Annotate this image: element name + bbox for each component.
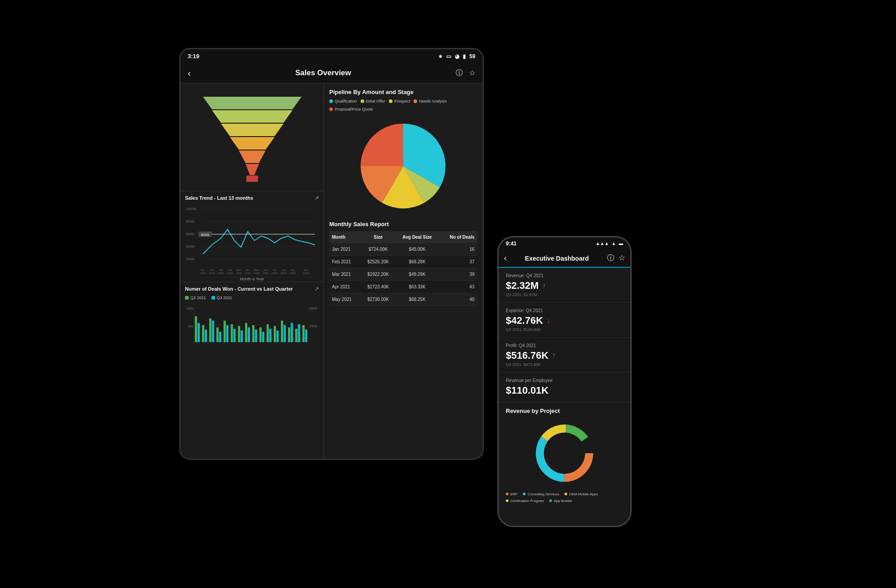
revenue-project-title: Revenue by Project [506,408,623,414]
info-icon[interactable]: ⓘ [456,69,463,78]
donut-legend: ERP Consulting Services OEM Mobile Apps … [506,492,623,503]
table-cell-deals: 37 [439,255,477,268]
svg-rect-44 [195,316,197,342]
deals-title: Numer of Deals Won - Current vs Last Qua… [185,286,293,292]
svg-rect-70 [288,327,290,342]
funnel-level-1 [203,97,302,109]
deals-legend: Q2 2021 Q3 2021 [185,296,319,300]
svg-rect-52 [224,321,226,342]
svg-text:2020: 2020 [271,272,278,274]
legend-qualification: Qualification [329,99,357,103]
svg-rect-60 [252,325,254,342]
pie-container [329,117,477,215]
svg-text:6000k: 6000k [186,232,195,236]
tablet-left-panel: Sales Trend - Last 13 months ↗ 10000k 80… [181,83,324,459]
expand-icon[interactable]: ↗ [314,195,319,201]
proposal-dot [329,107,333,111]
tablet-title: Sales Overview [191,69,456,77]
svg-text:2020: 2020 [303,272,309,274]
svg-text:Jun: Jun [263,269,268,271]
revenue-sub: Q3 2021: $1.87M [506,292,623,297]
profit-sub: Q3 2021: $471.63K [506,362,623,367]
sales-trend-header: Sales Trend - Last 13 months ↗ [185,195,319,201]
phone-status-bar: 9:41 ▲▲▲ ▲ ▬ [499,237,630,250]
phone-status-icons: ▲▲▲ ▲ ▬ [595,241,623,246]
svg-text:Feb: Feb [228,269,233,271]
svg-text:Sep: Sep [290,269,295,271]
table-cell-size: $1922.20K [361,268,395,280]
phone-signal-icon: ▲▲▲ [595,241,609,246]
svg-rect-46 [202,325,204,342]
revenue-metric-card: Revenue: Q4 2021 $2.32M ↑ Q3 2021: $1.87… [499,268,630,303]
table-cell-avg_deal: $68.28K [395,255,439,268]
star-icon[interactable]: ☆ [469,69,475,78]
svg-text:May: May [254,269,259,271]
profit-label: Profit: Q4 2021 [506,343,623,348]
tablet-right-panel: Pipeline By Amount and Stage Qualificati… [324,83,482,459]
tablet-header-icons: ⓘ ☆ [456,69,475,78]
initial-offer-dot [361,99,364,103]
table-cell-avg_deal: $63.33K [395,280,439,293]
sales-trend-title: Sales Trend - Last 13 months [185,195,253,201]
pie-proposal [361,124,403,166]
legend-oem: OEM Mobile Apps [564,492,598,496]
prospect-label: Prospect [394,99,410,103]
table-cell-size: $2730.00K [361,293,395,305]
legend-app-builder: App Builder [549,499,572,503]
pipeline-legend: Qualification Initial Offer Prospect [329,99,477,112]
svg-text:2020: 2020 [289,272,296,274]
trend-line [203,229,315,254]
revenue-value: $2.32M [506,280,538,292]
phone-info-icon[interactable]: ⓘ [607,253,614,263]
svg-text:2019: 2019 [200,272,206,274]
svg-rect-69 [284,325,286,342]
svg-text:2020: 2020 [218,272,224,274]
col-month: Month [329,231,361,243]
phone-time: 9:41 [506,240,517,247]
expense-value: $42.76K [506,315,543,326]
phone-star-icon[interactable]: ☆ [619,253,625,263]
tablet-header: ‹ Sales Overview ⓘ ☆ [181,64,482,83]
pipeline-pie-svg [354,117,452,215]
tablet-status-icons: ∗ ▭ ◕ ▮ 59 [438,53,475,60]
svg-text:2020: 2020 [263,272,269,274]
table-row: May 2021$2730.00K$68.25K40 [329,293,477,305]
svg-rect-63 [262,332,264,342]
tablet: 3:19 ∗ ▭ ◕ ▮ 59 ‹ Sales Overview ⓘ ☆ [179,48,484,460]
svg-text:90k: 90k [188,325,194,328]
col-deals: No of Deals [439,231,477,243]
donut-svg [531,420,598,487]
oem-dot [564,493,567,495]
funnel-level-2 [212,110,293,123]
svg-text:500M: 500M [309,307,317,310]
qualification-label: Qualification [335,99,357,103]
profit-metric-card: Profit: Q4 2021 $516.76K ↑ Q3 2021: $471… [499,338,630,373]
table-cell-avg_deal: $68.25K [395,293,439,305]
erp-label: ERP [510,492,517,496]
svg-rect-73 [298,324,300,342]
back-button[interactable]: ‹ [188,68,191,78]
x-axis-label: Month & Year [185,277,319,281]
deals-expand-icon[interactable]: ↗ [314,286,319,292]
svg-rect-53 [226,325,228,342]
erp-dot [506,493,508,495]
table-cell-deals: 39 [439,268,477,280]
sales-table: Month Size Avg Deal Size No of Deals Jan… [329,231,477,306]
funnel-level-3 [221,124,284,136]
consulting-label: Consulting Services [527,492,559,496]
svg-rect-50 [216,327,219,342]
svg-text:Dec: Dec [210,269,215,271]
svg-rect-58 [245,323,247,342]
needs-analysis-dot [414,99,417,103]
expense-label: Expense: Q4 2021 [506,308,623,313]
svg-rect-47 [205,330,207,342]
revenue-label: Revenue: Q4 2021 [506,273,623,278]
monthly-report-title: Monthly Sales Report [329,221,477,227]
svg-text:6000k: 6000k [201,233,210,236]
tablet-time: 3:19 [188,53,199,60]
battery-icon: ▭ [446,53,451,60]
svg-text:180k: 180k [186,307,194,310]
table-cell-avg_deal: $45.00K [395,243,439,256]
svg-rect-59 [248,327,250,342]
pipeline-section: Pipeline By Amount and Stage Qualificati… [329,89,477,215]
